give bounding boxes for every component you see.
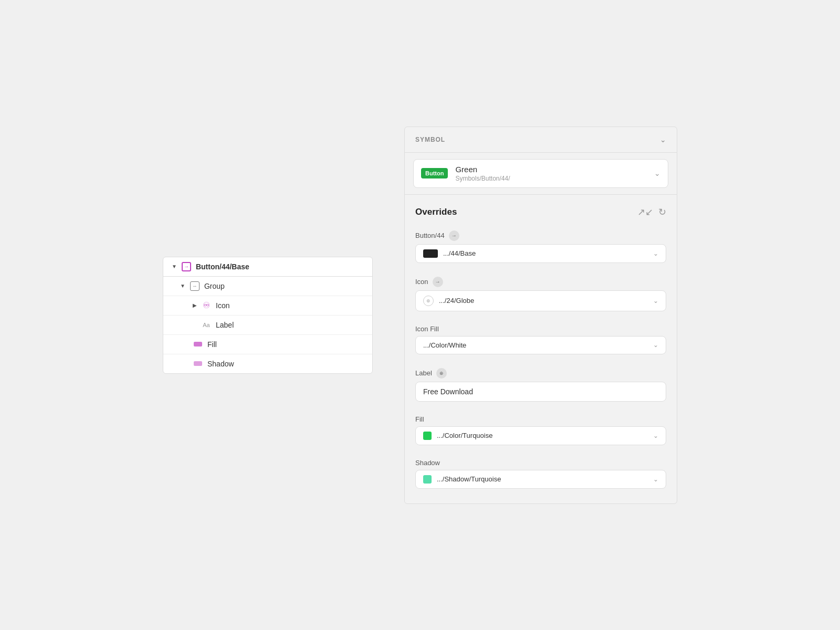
dropdown-icon-fill-chevron: ⌄ xyxy=(653,341,658,349)
button44-value: .../44/Base xyxy=(443,249,476,257)
symbol-info: Green Symbols/Button/44/ xyxy=(455,165,647,182)
symbol-section-title: SYMBOL xyxy=(415,136,445,143)
layer-label-label: Label xyxy=(216,321,234,329)
symbol-path: Symbols/Button/44/ xyxy=(455,175,647,182)
shadow-color-swatch xyxy=(423,475,432,484)
override-icon-label: Icon xyxy=(415,278,428,286)
override-fill-label: Fill xyxy=(415,415,424,423)
layer-label-shadow: Shadow xyxy=(207,360,234,368)
symbol-preview: Button xyxy=(421,168,448,178)
override-icon-arrow[interactable]: → xyxy=(433,277,443,287)
symbol-section-header: SYMBOL ⌄ xyxy=(405,127,677,153)
expand-icon-group[interactable]: ▼ xyxy=(180,283,185,289)
expand-icon-icon[interactable]: ▶ xyxy=(193,302,197,308)
dropdown-shadow-chevron: ⌄ xyxy=(653,476,658,483)
override-fill-label-row: Fill xyxy=(415,415,666,423)
reset-icon[interactable]: ↻ xyxy=(658,206,666,218)
globe-preview: ⊕ xyxy=(423,296,434,306)
layer-row-fill[interactable]: Fill xyxy=(163,335,372,354)
dropdown-icon-fill[interactable]: .../Color/White ⌄ xyxy=(415,336,666,354)
dropdown-icon[interactable]: ⊕ .../24/Globe ⌄ xyxy=(415,290,666,311)
override-icon-fill-label: Icon Fill xyxy=(415,325,439,333)
override-label-label-row: Label ⊕ xyxy=(415,368,666,379)
override-icon: Icon → ⊕ .../24/Globe ⌄ xyxy=(405,269,677,318)
label-input[interactable] xyxy=(415,382,666,402)
link-icon: ♾ xyxy=(201,300,212,311)
dropdown-icon-fill-content: .../Color/White xyxy=(423,341,466,349)
expand-icon-root[interactable]: ▼ xyxy=(172,264,177,269)
overrides-title: Overrides xyxy=(415,207,457,217)
dropdown-shadow[interactable]: .../Shadow/Turquoise ⌄ xyxy=(415,470,666,489)
dropdown-button44[interactable]: .../44/Base ⌄ xyxy=(415,244,666,263)
override-icon-fill-label-row: Icon Fill xyxy=(415,325,666,333)
override-label-label: Label xyxy=(415,369,432,377)
symbol-card[interactable]: Button Green Symbols/Button/44/ ⌄ xyxy=(413,159,668,188)
layer-label-root: Button/44/Base xyxy=(196,262,249,271)
override-shadow-label: Shadow xyxy=(415,459,440,467)
override-icon-fill: Icon Fill .../Color/White ⌄ xyxy=(405,318,677,361)
icon-value: .../24/Globe xyxy=(439,297,474,304)
dropdown-fill[interactable]: .../Color/Turquoise ⌄ xyxy=(415,426,666,445)
override-shadow: Shadow .../Shadow/Turquoise ⌄ xyxy=(405,452,677,495)
fill-value: .../Color/Turquoise xyxy=(437,432,492,439)
layer-label-fill: Fill xyxy=(207,340,217,349)
icon-fill-value: .../Color/White xyxy=(423,341,466,349)
layer-label-icon: Icon xyxy=(216,301,229,310)
layer-row-root[interactable]: ▼ → Button/44/Base xyxy=(163,257,372,277)
override-button44: Button/44 → .../44/Base ⌄ xyxy=(405,223,677,269)
override-shadow-label-row: Shadow xyxy=(415,459,666,467)
overrides-actions: ↗↙ ↻ xyxy=(637,206,666,218)
dropdown-fill-content: .../Color/Turquoise xyxy=(423,432,492,440)
right-panel: SYMBOL ⌄ Button Green Symbols/Button/44/… xyxy=(404,127,677,504)
override-icon-label-row: Icon → xyxy=(415,277,666,287)
dropdown-shadow-content: .../Shadow/Turquoise xyxy=(423,475,501,484)
expand-all-icon[interactable]: ↗↙ xyxy=(637,206,653,218)
override-button44-label: Button/44 xyxy=(415,232,445,239)
dropdown-icon-content: ⊕ .../24/Globe xyxy=(423,296,474,306)
overrides-header: Overrides ↗↙ ↻ xyxy=(405,199,677,223)
layer-tree: ▼ → Button/44/Base ▼ ↔ Group ▶ ♾ Icon Aa… xyxy=(163,257,373,374)
symbol-section-chevron[interactable]: ⌄ xyxy=(660,135,666,144)
dropdown-button44-content: .../44/Base xyxy=(423,249,476,258)
layer-row-icon[interactable]: ▶ ♾ Icon xyxy=(163,296,372,316)
fill-color-swatch xyxy=(423,432,432,440)
symbol-icon: → xyxy=(181,261,192,272)
override-fill: Fill .../Color/Turquoise ⌄ xyxy=(405,408,677,452)
divider-1 xyxy=(405,194,677,195)
layer-row-label[interactable]: Aa Label xyxy=(163,316,372,335)
dropdown-icon-chevron: ⌄ xyxy=(653,297,658,304)
shadow-value: .../Shadow/Turquoise xyxy=(437,475,501,483)
fill-icon xyxy=(193,339,203,350)
button44-preview xyxy=(423,249,438,258)
layer-label-group: Group xyxy=(204,282,225,290)
text-icon: Aa xyxy=(201,320,212,330)
override-button44-arrow[interactable]: → xyxy=(449,230,459,241)
override-label: Label ⊕ xyxy=(405,361,677,408)
override-label-stack[interactable]: ⊕ xyxy=(436,368,447,379)
symbol-chevron-icon[interactable]: ⌄ xyxy=(654,169,660,177)
layer-row-group[interactable]: ▼ ↔ Group xyxy=(163,277,372,296)
dropdown-button44-chevron: ⌄ xyxy=(653,250,658,257)
override-button44-label-row: Button/44 → xyxy=(415,230,666,241)
group-icon: ↔ xyxy=(190,281,200,291)
shadow-icon xyxy=(193,359,203,369)
symbol-name: Green xyxy=(455,165,647,174)
dropdown-fill-chevron: ⌄ xyxy=(653,432,658,439)
layer-row-shadow[interactable]: Shadow xyxy=(163,354,372,373)
